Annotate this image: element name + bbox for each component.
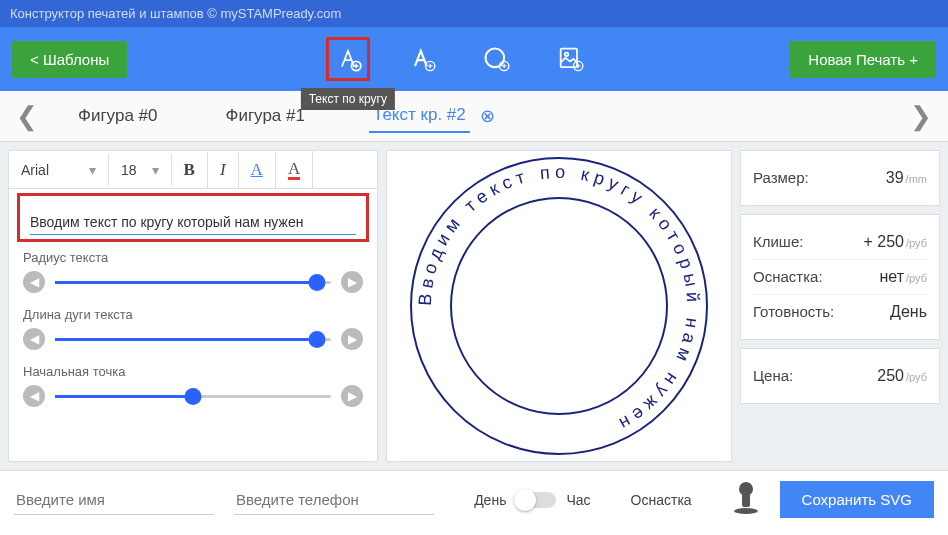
slider-decrease[interactable]: ◀ xyxy=(23,271,45,293)
slider-label-2: Начальная точка xyxy=(23,364,363,379)
phone-input[interactable] xyxy=(234,485,434,515)
ready-value: День xyxy=(890,303,927,321)
slider-decrease[interactable]: ◀ xyxy=(23,385,45,407)
italic-button[interactable]: I xyxy=(208,152,239,188)
slider-track[interactable] xyxy=(55,338,331,341)
slider-increase[interactable]: ▶ xyxy=(341,385,363,407)
size-label: Размер: xyxy=(753,169,809,186)
text-color-button[interactable]: A xyxy=(276,151,313,188)
circle-text-input[interactable] xyxy=(30,210,356,235)
tabs-prev[interactable]: ❮ xyxy=(10,101,44,132)
tabs-next[interactable]: ❯ xyxy=(904,101,938,132)
svg-point-2 xyxy=(485,49,504,68)
svg-point-12 xyxy=(739,482,753,496)
svg-point-5 xyxy=(565,53,569,57)
slider-decrease[interactable]: ◀ xyxy=(23,328,45,350)
slider-track[interactable] xyxy=(55,281,331,284)
slider-track[interactable] xyxy=(55,395,331,398)
day-hour-toggle[interactable] xyxy=(516,492,556,508)
svg-point-8 xyxy=(451,198,667,414)
osn-value: нет xyxy=(879,268,904,285)
klise-label: Клише: xyxy=(753,233,803,250)
svg-point-7 xyxy=(411,158,707,454)
font-family-label: Arial xyxy=(21,162,49,178)
underline-button[interactable]: A xyxy=(239,152,276,188)
slider-label-0: Радиус текста xyxy=(23,250,363,265)
main-toolbar: < Шаблоны Текст по кругу Новая Печать + xyxy=(0,27,948,91)
preview-canvas: Вводим текст по кругу который нам нужен xyxy=(386,150,732,462)
font-family-select[interactable]: Arial ▾ xyxy=(9,154,109,186)
text-circle-tool[interactable]: Текст по кругу xyxy=(326,37,370,81)
svg-point-10 xyxy=(734,508,758,514)
tab-close-icon[interactable]: ⊗ xyxy=(480,105,495,127)
app-title: Конструктор печатей и штампов © mySTAMPr… xyxy=(0,0,948,27)
image-tool[interactable] xyxy=(548,37,592,81)
price-label: Цена: xyxy=(753,367,793,384)
tab-figure-0[interactable]: Фигура #0 xyxy=(74,100,161,132)
stamp-icon xyxy=(732,481,760,518)
price-value: 250 xyxy=(877,367,904,384)
shape-circle-tool[interactable] xyxy=(474,37,518,81)
day-label: День xyxy=(474,492,506,508)
name-input[interactable] xyxy=(14,485,214,515)
chevron-down-icon: ▾ xyxy=(89,162,96,178)
slider-increase[interactable]: ▶ xyxy=(341,328,363,350)
ready-label: Готовность: xyxy=(753,303,834,320)
size-value: 39 xyxy=(886,169,904,186)
properties-panel: Arial ▾ 18 ▾ B I A A Радиус текста ◀ ▶ xyxy=(8,150,378,462)
font-size-label: 18 xyxy=(121,162,137,178)
hour-label: Час xyxy=(566,492,590,508)
slider-label-1: Длина дуги текста xyxy=(23,307,363,322)
bottom-bar: День Час Оснастка Сохранить SVG xyxy=(0,470,948,528)
new-stamp-button[interactable]: Новая Печать + xyxy=(790,41,936,78)
bold-button[interactable]: B xyxy=(172,152,208,188)
info-panel: Размер:39/mm Клише:+ 250/руб Оснастка:не… xyxy=(740,150,940,462)
klise-value: + 250 xyxy=(864,233,904,250)
svg-text:Вводим текст по кругу который : Вводим текст по кругу который нам нужен xyxy=(415,162,703,436)
tooltip: Текст по кругу xyxy=(301,88,395,110)
tab-figure-1[interactable]: Фигура #1 xyxy=(221,100,308,132)
font-size-select[interactable]: 18 ▾ xyxy=(109,154,172,186)
osn-label: Оснастка: xyxy=(753,268,823,285)
save-svg-button[interactable]: Сохранить SVG xyxy=(780,481,934,518)
tabs-row: ❮ Фигура #0 Фигура #1 Текст кр. #2 ⊗ ❯ xyxy=(0,91,948,142)
osnastka-label: Оснастка xyxy=(631,492,692,508)
text-line-tool[interactable] xyxy=(400,37,444,81)
templates-button[interactable]: < Шаблоны xyxy=(12,41,127,78)
slider-increase[interactable]: ▶ xyxy=(341,271,363,293)
chevron-down-icon: ▾ xyxy=(152,162,159,178)
